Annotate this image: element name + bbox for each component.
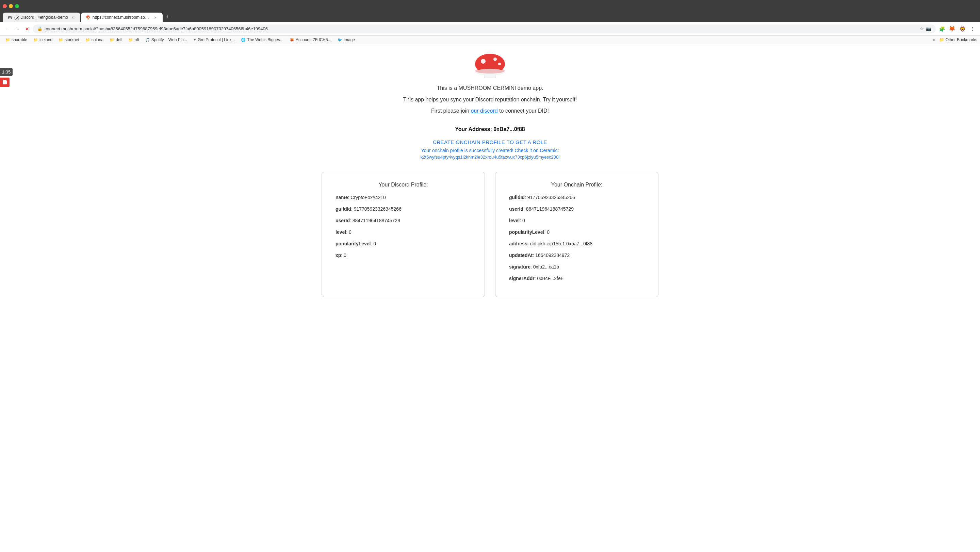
metamask-icon: 🦊: [290, 38, 294, 42]
reload-button[interactable]: ✕: [23, 25, 31, 33]
field-label: xp: [336, 253, 341, 258]
bookmark-defi[interactable]: 📁 defi: [107, 37, 125, 43]
tab-discord[interactable]: 🎮 (6) Discord | #ethglobal-demo ✕: [3, 13, 80, 22]
profile-cards: Your Discord Profile: name: CryptoFox#42…: [320, 172, 660, 297]
tabs-bar: 🎮 (6) Discord | #ethglobal-demo ✕ 🍄 http…: [0, 12, 980, 22]
bookmark-iceland[interactable]: 📁 iceland: [30, 37, 55, 43]
discord-profile-card: Your Discord Profile: name: CryptoFox#42…: [321, 172, 485, 297]
tab-close-discord[interactable]: ✕: [70, 14, 76, 20]
field-label: signature: [509, 264, 530, 270]
tab-favicon-mushroom: 🍄: [86, 15, 91, 20]
discord-field-name: name: CryptoFox#4210: [336, 195, 471, 200]
new-tab-button[interactable]: +: [163, 12, 172, 22]
settings-icon[interactable]: ⋮: [968, 24, 977, 34]
svg-point-3: [498, 63, 501, 65]
other-bookmarks-label: Other Bookmarks: [946, 37, 977, 42]
field-label: userId: [509, 206, 523, 212]
timer-overlay: 1:35: [0, 68, 13, 76]
bookmark-sharable[interactable]: 📁 sharable: [3, 37, 30, 43]
bookmark-gro[interactable]: ✦ Gro Protocol | Link...: [191, 37, 237, 43]
field-label: guildId: [509, 195, 525, 200]
logo-area: [473, 51, 507, 78]
tab-title-mushroom: https://connect.mushroom.soc...: [92, 15, 150, 20]
metamask-fox-icon[interactable]: 🦊: [947, 24, 957, 34]
address-bar[interactable]: 🔒 connect.mushroom.social/?hash=83564055…: [33, 24, 936, 33]
onchain-field-level: level: 0: [509, 218, 644, 223]
field-label: signerAddr: [509, 276, 535, 281]
discord-field-level: level: 0: [336, 229, 471, 235]
intro-text: This is a MUSHROOM CERMINI demo app. Thi…: [403, 84, 577, 118]
bookmark-solana[interactable]: 📁 solana: [83, 37, 106, 43]
onchain-profile-card: Your Onchain Profile: guildId: 917705923…: [495, 172, 659, 297]
folder-icon: 📁: [110, 38, 115, 42]
onchain-field-userId: userId: 884711964188745729: [509, 206, 644, 212]
field-label: userId: [336, 218, 350, 223]
web-icon: 🌐: [241, 38, 246, 42]
bookmark-label: solana: [92, 37, 103, 42]
field-label: level: [509, 218, 520, 223]
tab-mushroom[interactable]: 🍄 https://connect.mushroom.soc... ✕: [81, 13, 163, 22]
tab-title-discord: (6) Discord | #ethglobal-demo: [14, 15, 68, 20]
other-bookmarks[interactable]: 📁 Other Bookmarks: [939, 37, 977, 42]
fullscreen-window-button[interactable]: [15, 4, 19, 8]
onchain-card-fields: guildId: 917705923326345266userId: 88471…: [509, 195, 644, 281]
bookmark-twitter[interactable]: 🐦 Image: [335, 37, 358, 43]
stop-button[interactable]: [0, 78, 10, 87]
screenshot-icon[interactable]: 📷: [926, 26, 931, 32]
bookmark-label: nft: [134, 37, 139, 42]
discord-field-xp: xp: 0: [336, 253, 471, 258]
bookmark-star-icon[interactable]: ☆: [919, 26, 924, 32]
folder-icon: 📁: [128, 38, 133, 42]
forward-button[interactable]: →: [13, 25, 22, 33]
bookmark-label: Image: [344, 37, 355, 42]
discord-link[interactable]: our discord: [471, 108, 498, 114]
field-label: updatedAt: [509, 253, 533, 258]
folder-icon: 📁: [59, 38, 63, 42]
address-value: 0xBa7...0f88: [493, 126, 525, 132]
bookmark-label: sharable: [11, 37, 27, 42]
gro-icon: ✦: [193, 38, 196, 42]
ceramic-link[interactable]: k2t6wyfsu4pfy4vyqs1l2khm2ie32xrou4u5tazw…: [421, 154, 559, 160]
onchain-field-signature: signature: 0xfa2...ca1b: [509, 264, 644, 270]
folder-icon: 📁: [939, 37, 944, 42]
browser-chrome: 🎮 (6) Discord | #ethglobal-demo ✕ 🍄 http…: [0, 0, 980, 44]
address-label: Your Address:: [455, 126, 492, 132]
field-label: address: [509, 241, 527, 247]
twitter-icon: 🐦: [337, 38, 342, 42]
bookmark-label: Spotify – Web Pla...: [151, 37, 187, 42]
bookmark-label: defi: [116, 37, 122, 42]
address-display: Your Address: 0xBa7...0f88: [455, 126, 525, 132]
bookmark-label: Gro Protocol | Link...: [198, 37, 235, 42]
secure-icon: 🔒: [37, 26, 43, 31]
folder-icon: 📁: [33, 38, 38, 42]
nav-right-icons: 🧩 🦊 🦁 ⋮: [937, 24, 977, 34]
bookmark-label: The Web's Bigges...: [247, 37, 283, 42]
onchain-field-guildId: guildId: 917705923326345266: [509, 195, 644, 200]
close-window-button[interactable]: [3, 4, 7, 8]
bookmark-spotify[interactable]: 🎵 Spotify – Web Pla...: [143, 37, 190, 43]
bookmark-account[interactable]: 🦊 Account: 7FdCH5...: [287, 37, 334, 43]
back-button[interactable]: ←: [3, 25, 11, 33]
bookmark-label: iceland: [40, 37, 52, 42]
tab-close-mushroom[interactable]: ✕: [153, 14, 158, 20]
bookmark-starknet[interactable]: 📁 starknet: [56, 37, 82, 43]
intro-line2: This app helps you sync your Discord rep…: [403, 95, 577, 104]
bookmark-web[interactable]: 🌐 The Web's Bigges...: [238, 37, 286, 43]
mushroom-logo: [473, 51, 507, 78]
create-profile-button[interactable]: CREATE ONCHAIN PROFILE TO GET A ROLE: [433, 139, 547, 145]
discord-card-title: Your Discord Profile:: [336, 182, 471, 188]
intro-suffix: to connect your DID!: [498, 108, 549, 114]
field-label: popularityLevel: [336, 241, 371, 247]
svg-point-2: [493, 57, 497, 61]
discord-card-fields: name: CryptoFox#4210guildId: 91770592332…: [336, 195, 471, 258]
more-bookmarks-button[interactable]: »: [931, 37, 937, 43]
extensions-icon[interactable]: 🧩: [937, 24, 947, 34]
address-text: connect.mushroom.social/?hash=835640552d…: [45, 26, 917, 31]
minimize-window-button[interactable]: [9, 4, 13, 8]
bookmark-nft[interactable]: 📁 nft: [126, 37, 142, 43]
onchain-field-address: address: did:pkh:eip155:1:0xba7...0f88: [509, 241, 644, 247]
intro-line1: This is a MUSHROOM CERMINI demo app.: [403, 84, 577, 92]
brave-icon[interactable]: 🦁: [958, 24, 967, 34]
bookmarks-bar: 📁 sharable 📁 iceland 📁 starknet 📁 solana…: [0, 36, 980, 44]
spotify-icon: 🎵: [145, 38, 150, 42]
